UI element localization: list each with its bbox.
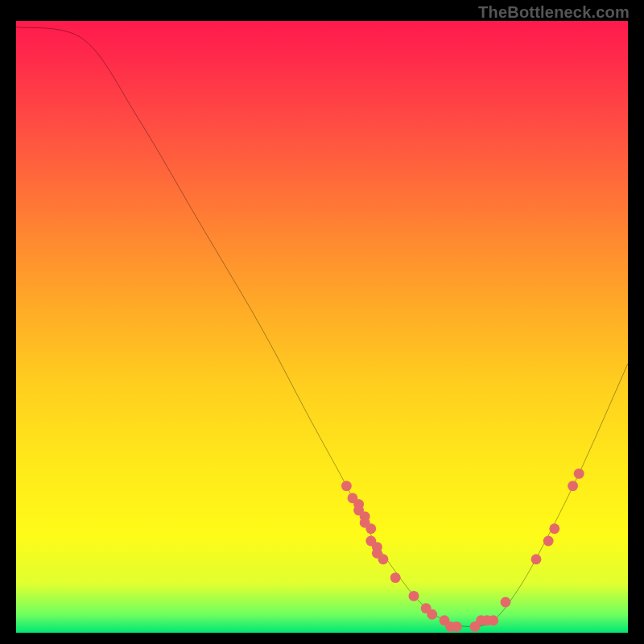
plot-area [16,21,628,633]
scatter-dot [409,591,419,601]
scatter-dot [568,481,578,491]
scatter-dot [427,609,437,620]
scatter-dot [543,536,554,547]
scatter-dot [574,469,584,479]
scatter-dot [341,481,352,491]
scatter-dot [390,572,401,583]
bottleneck-curve-path [16,27,628,627]
curve-layer [16,21,628,633]
watermark-text: TheBottleneck.com [478,3,630,22]
scatter-dot [452,621,462,632]
scatter-dot [488,615,498,625]
chart-stage: TheBottleneck.com [0,0,644,644]
scatter-dots-group [341,469,584,632]
scatter-dot [501,597,511,608]
scatter-dot [378,554,389,564]
scatter-dot [365,523,376,534]
scatter-dot [549,523,559,534]
scatter-dot [531,554,542,564]
